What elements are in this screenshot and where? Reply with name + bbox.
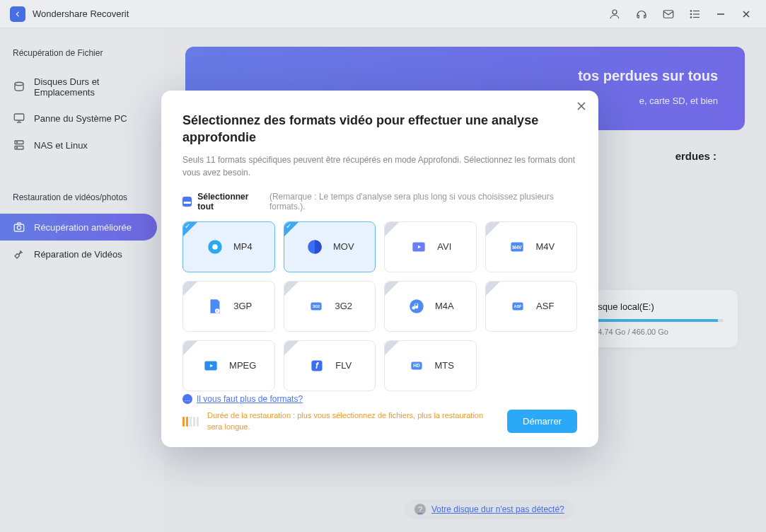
- mp4-icon: [205, 237, 225, 257]
- format-card-mp4[interactable]: MP4: [182, 221, 275, 272]
- svg-text:M4V: M4V: [513, 245, 523, 250]
- format-card-3gp[interactable]: 3GP: [182, 281, 275, 332]
- start-button[interactable]: Démarrer: [507, 410, 577, 433]
- format-card-3g2[interactable]: 3G23G2: [284, 281, 376, 332]
- modal-description: Seuls 11 formats spécifiques peuvent êtr…: [182, 154, 577, 179]
- format-label: MTS: [435, 360, 454, 371]
- select-all-label: Sélectionner tout: [197, 192, 264, 212]
- mov-icon: [305, 237, 325, 257]
- svg-point-24: [212, 244, 218, 250]
- m4v-icon: M4V: [507, 237, 527, 257]
- format-label: ASF: [536, 301, 554, 311]
- select-all-checkbox[interactable]: ▬: [182, 197, 192, 207]
- mts-icon: HD: [407, 356, 426, 376]
- format-label: MOV: [333, 241, 354, 252]
- 3gp-icon: [205, 296, 225, 316]
- format-card-flv[interactable]: fFLV: [284, 340, 376, 391]
- format-label: MP4: [233, 241, 253, 252]
- format-card-mov[interactable]: MOV: [284, 221, 376, 272]
- duration-indicator-icon: [182, 417, 199, 427]
- format-label: MPEG: [229, 360, 256, 371]
- duration-note: Durée de la restauration : plus vous sél…: [207, 410, 499, 432]
- mpeg-icon: [201, 356, 221, 376]
- format-card-m4v[interactable]: M4VM4V: [485, 221, 578, 272]
- m4a-icon: [407, 296, 426, 316]
- chat-icon: …: [182, 394, 192, 404]
- flv-icon: f: [307, 356, 327, 376]
- svg-text:3G2: 3G2: [313, 304, 320, 308]
- close-icon[interactable]: [576, 100, 587, 115]
- format-label: FLV: [335, 360, 352, 371]
- avi-icon: [409, 237, 429, 257]
- format-card-mts[interactable]: HDMTS: [384, 340, 477, 391]
- more-formats-link[interactable]: … Il vous faut plus de formats?: [182, 394, 577, 404]
- select-all-row[interactable]: ▬ Sélectionner tout (Remarque : Le temps…: [182, 192, 577, 212]
- select-all-note: (Remarque : Le temps d'analyse sera plus…: [269, 192, 577, 212]
- format-card-mpeg[interactable]: MPEG: [182, 340, 275, 391]
- format-label: M4A: [435, 301, 454, 311]
- format-label: AVI: [437, 241, 451, 252]
- format-grid: MP4MOVAVIM4VM4V3GP3G23G2M4AASFASFMPEGfFL…: [182, 221, 577, 391]
- format-label: 3GP: [233, 301, 252, 311]
- format-card-avi[interactable]: AVI: [384, 221, 477, 272]
- more-formats-label: Il vous faut plus de formats?: [197, 394, 303, 404]
- svg-text:HD: HD: [413, 363, 420, 368]
- format-card-asf[interactable]: ASFASF: [485, 281, 578, 332]
- format-label: M4V: [535, 241, 555, 252]
- 3g2-icon: 3G2: [306, 296, 326, 316]
- svg-text:ASF: ASF: [514, 304, 523, 308]
- asf-icon: ASF: [508, 296, 528, 316]
- format-card-m4a[interactable]: M4A: [384, 281, 477, 332]
- format-label: 3G2: [335, 301, 352, 311]
- format-selection-modal: Sélectionnez des formats vidéo pour effe…: [161, 91, 598, 447]
- modal-title: Sélectionnez des formats vidéo pour effe…: [182, 112, 577, 146]
